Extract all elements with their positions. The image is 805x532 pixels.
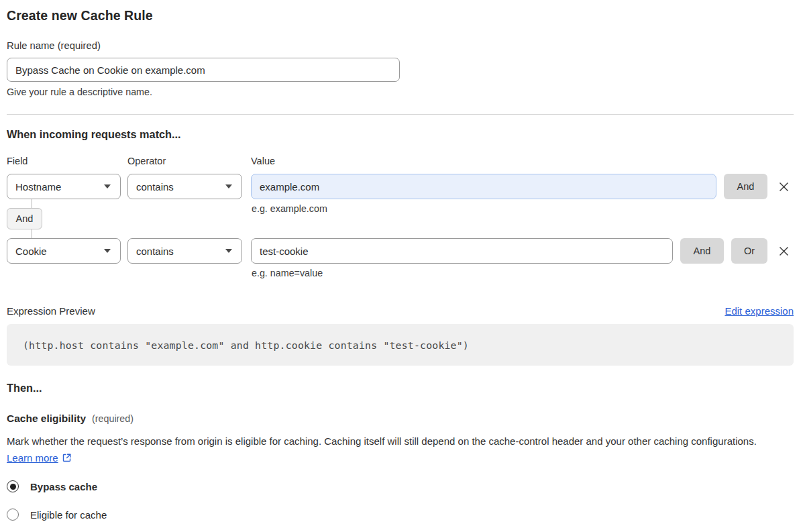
value-input-2[interactable] (251, 238, 673, 264)
and-button-row-1[interactable]: And (724, 174, 767, 199)
radio-option-eligible-for-cache[interactable]: Eligible for cache (7, 509, 794, 521)
condition-connector: And (7, 199, 794, 238)
chevron-down-icon (104, 184, 111, 189)
close-icon (777, 180, 790, 193)
edit-expression-link[interactable]: Edit expression (724, 305, 794, 317)
section-divider (7, 114, 794, 115)
operator-select-1-value: contains (136, 181, 174, 193)
expression-preview-label: Expression Preview (7, 305, 95, 317)
connector-and-button[interactable]: And (7, 208, 42, 229)
page-title: Create new Cache Rule (7, 8, 794, 23)
chevron-down-icon (104, 249, 111, 253)
expression-code-block: (http.host contains "example.com" and ht… (7, 324, 794, 366)
required-note: (required) (92, 413, 133, 425)
value-hint-2: e.g. name=value (252, 268, 323, 278)
remove-condition-button-1[interactable] (773, 174, 794, 199)
radio-option-bypass-cache[interactable]: Bypass cache (7, 480, 794, 492)
condition-row-2: Cookie contains e.g. name=value And Or (7, 238, 794, 264)
value-input-1[interactable] (251, 174, 716, 199)
value-field-wrap-1: e.g. example.com (251, 174, 716, 199)
radio-dot (10, 484, 16, 490)
chevron-down-icon (225, 249, 232, 253)
then-heading: Then... (7, 382, 794, 394)
cache-eligibility-description: Mark whether the request’s response from… (7, 433, 785, 466)
field-select-2[interactable]: Cookie (7, 238, 121, 264)
field-select-1-value: Hostname (15, 181, 61, 193)
field-select-1[interactable]: Hostname (7, 174, 121, 199)
external-link-icon (62, 453, 72, 463)
bypass-cache-label: Bypass cache (30, 481, 97, 492)
eligible-for-cache-label: Eligible for cache (30, 509, 107, 521)
operator-column-label: Operator (127, 156, 251, 166)
operator-select-2-value: contains (136, 246, 174, 257)
chevron-down-icon (225, 184, 232, 189)
description-text: Mark whether the request’s response from… (7, 435, 757, 447)
rule-name-input[interactable] (7, 58, 400, 82)
remove-condition-button-2[interactable] (773, 238, 794, 264)
cache-eligibility-header: Cache eligibility (required) (7, 413, 794, 425)
expression-code: (http.host contains "example.com" and ht… (23, 339, 469, 351)
radio-selected-icon[interactable] (7, 480, 19, 492)
value-column-label: Value (251, 156, 794, 166)
or-button-row-2[interactable]: Or (731, 238, 767, 264)
condition-row-1: Hostname contains e.g. example.com And (7, 174, 794, 199)
learn-more-link[interactable]: Learn more (7, 452, 58, 464)
rule-name-label: Rule name (required) (7, 40, 794, 51)
match-heading: When incoming requests match... (7, 129, 794, 140)
close-icon (777, 245, 790, 258)
expression-preview-header: Expression Preview Edit expression (7, 305, 794, 317)
operator-select-2[interactable]: contains (127, 238, 242, 264)
connector-line (32, 229, 32, 238)
condition-column-headers: Field Operator Value (7, 156, 794, 166)
radio-unselected-icon[interactable] (7, 509, 19, 521)
field-column-label: Field (7, 156, 127, 166)
connector-line (32, 199, 32, 208)
create-cache-rule-page: Create new Cache Rule Rule name (require… (0, 0, 805, 532)
cache-eligibility-title: Cache eligibility (7, 413, 86, 424)
and-button-row-2[interactable]: And (680, 238, 724, 264)
field-select-2-value: Cookie (15, 246, 47, 257)
rule-name-help: Give your rule a descriptive name. (7, 87, 794, 97)
operator-select-1[interactable]: contains (127, 174, 242, 199)
value-field-wrap-2: e.g. name=value (251, 238, 673, 264)
